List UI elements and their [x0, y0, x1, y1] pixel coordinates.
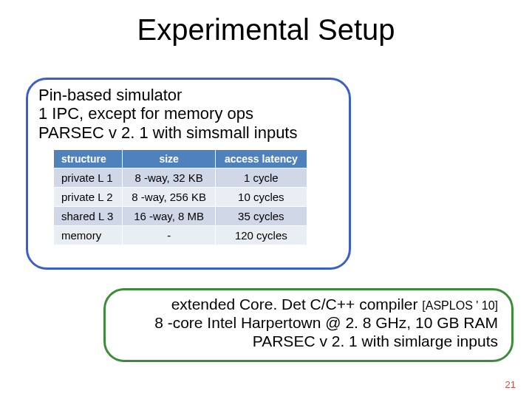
- table-row: memory - 120 cycles: [54, 226, 307, 245]
- table-row: private L 2 8 -way, 256 KB 10 cycles: [54, 188, 307, 207]
- simulator-desc: Pin-based simulator 1 IPC, except for me…: [38, 86, 297, 142]
- hardware-setup-box: extended Core. Det C/C++ compiler [ASPLO…: [103, 288, 514, 362]
- sim-line-2: 1 IPC, except for memory ops: [38, 104, 297, 123]
- compiler-ref: [ASPLOS ' 10]: [422, 299, 498, 312]
- cell-size: 16 -way, 8 MB: [123, 207, 216, 226]
- hardware-desc: extended Core. Det C/C++ compiler [ASPLO…: [154, 295, 498, 351]
- cell-size: -: [123, 226, 216, 245]
- cell-size: 8 -way, 32 KB: [123, 168, 216, 188]
- cell-latency: 35 cycles: [215, 207, 307, 226]
- col-structure: structure: [54, 150, 123, 168]
- bench-line: PARSEC v 2. 1 with simlarge inputs: [154, 332, 498, 350]
- sim-line-1: Pin-based simulator: [38, 86, 297, 104]
- cell-size: 8 -way, 256 KB: [123, 188, 216, 207]
- hw-line: 8 -core Intel Harpertown @ 2. 8 GHz, 10 …: [154, 313, 498, 332]
- cell-structure: private L 2: [54, 188, 123, 207]
- compiler-line: extended Core. Det C/C++ compiler [ASPLO…: [154, 295, 498, 313]
- table-header-row: structure size access latency: [54, 150, 307, 168]
- slide-title: Experimental Setup: [0, 13, 532, 47]
- col-latency: access latency: [215, 150, 307, 168]
- cell-latency: 1 cycle: [215, 168, 307, 188]
- compiler-text: extended Core. Det C/C++ compiler: [171, 296, 423, 313]
- cell-structure: shared L 3: [54, 207, 123, 226]
- table-row: shared L 3 16 -way, 8 MB 35 cycles: [54, 207, 307, 226]
- simulator-setup-box: Pin-based simulator 1 IPC, except for me…: [26, 78, 351, 270]
- sim-line-3: PARSEC v 2. 1 with simsmall inputs: [38, 123, 297, 142]
- table-row: private L 1 8 -way, 32 KB 1 cycle: [54, 168, 307, 188]
- cell-structure: memory: [54, 226, 123, 245]
- cache-hierarchy-table: structure size access latency private L …: [53, 149, 307, 245]
- col-size: size: [123, 150, 216, 168]
- cell-structure: private L 1: [54, 168, 123, 188]
- page-number: 21: [505, 379, 516, 390]
- cell-latency: 120 cycles: [215, 226, 307, 245]
- cell-latency: 10 cycles: [215, 188, 307, 207]
